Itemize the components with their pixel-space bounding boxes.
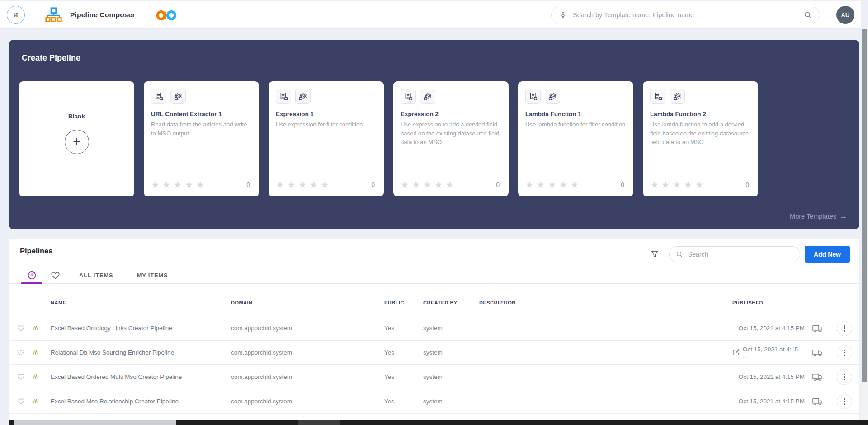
horizontal-scrollbar-thumb[interactable] xyxy=(14,420,176,425)
star-icon[interactable]: ★ xyxy=(537,180,545,189)
heart-icon xyxy=(17,373,25,381)
row-menu-button[interactable] xyxy=(837,321,852,336)
star-icon[interactable]: ★ xyxy=(309,180,318,189)
pipelines-section: Pipelines Add New ALL IT xyxy=(9,239,859,420)
star-icon[interactable]: ★ xyxy=(695,180,703,189)
template-description: Read data from the articles and write to… xyxy=(151,120,252,138)
star-icon[interactable]: ★ xyxy=(412,180,420,189)
vertical-scrollbar-thumb[interactable] xyxy=(862,29,867,382)
graph-add-icon xyxy=(295,89,311,104)
document-add-icon xyxy=(401,89,416,104)
sprout-icon xyxy=(31,323,39,331)
kebab-dot xyxy=(844,350,845,351)
microphone-icon[interactable] xyxy=(559,11,567,19)
template-title: Lambda Function 1 xyxy=(525,111,626,117)
vertical-scrollbar[interactable] xyxy=(861,29,868,425)
star-icon[interactable]: ★ xyxy=(321,180,329,189)
pipeline-published: Oct 15, 2021 at 4:15 ... xyxy=(743,346,805,360)
search-icon[interactable] xyxy=(804,11,812,19)
star-icon[interactable]: ★ xyxy=(151,180,160,189)
star-icon[interactable]: ★ xyxy=(401,180,409,189)
pipeline-template-card[interactable]: Expression 1 Use expression for filter c… xyxy=(269,81,384,196)
add-blank-pipeline-button[interactable]: + xyxy=(65,130,89,154)
pipelines-search-input[interactable] xyxy=(688,251,793,258)
blank-pipeline-card[interactable]: Blank + xyxy=(19,81,134,196)
pipeline-name-link[interactable]: Relational Db Mso Sourcing Enricher Pipe… xyxy=(51,349,231,356)
col-created-by[interactable]: CREATED BY xyxy=(423,300,479,305)
star-icon[interactable]: ★ xyxy=(423,180,432,189)
star-icon[interactable]: ★ xyxy=(434,180,443,189)
pipelines-search xyxy=(669,246,800,262)
template-title: Expression 1 xyxy=(276,111,377,117)
template-description: Use expression to add a dervied field ba… xyxy=(401,120,501,147)
pipeline-template-card[interactable]: URL Content Extractor 1 Read data from t… xyxy=(144,81,259,196)
star-icon[interactable]: ★ xyxy=(298,180,307,189)
template-description: Use lambda function for filter condition xyxy=(525,120,626,129)
star-icon[interactable]: ★ xyxy=(276,180,284,189)
global-search xyxy=(551,7,820,23)
pipeline-name-link[interactable]: Excel Based Ontology Links Creator Pipel… xyxy=(51,325,231,332)
global-search-input[interactable] xyxy=(573,11,798,19)
favorite-button[interactable] xyxy=(17,324,25,332)
star-icon[interactable]: ★ xyxy=(162,180,171,189)
pipeline-type-icon xyxy=(31,397,39,406)
tab-favorites[interactable] xyxy=(44,267,66,284)
col-published[interactable]: PUBLISHED xyxy=(732,300,805,305)
row-menu-button[interactable] xyxy=(837,394,852,409)
star-icon[interactable]: ★ xyxy=(684,180,692,189)
star-icon[interactable]: ★ xyxy=(661,180,670,189)
pipeline-public: Yes xyxy=(384,349,423,356)
row-menu-button[interactable] xyxy=(837,345,852,360)
pipeline-template-card[interactable]: Expression 2 Use expression to add a der… xyxy=(393,81,509,196)
create-pipeline-title: Create Pipeline xyxy=(22,53,80,63)
col-public[interactable]: PUBLIC xyxy=(384,300,423,305)
kebab-dot xyxy=(844,374,845,375)
favorite-button[interactable] xyxy=(17,397,25,405)
pipeline-name-link[interactable]: Excel Based Mso Relationship Creator Pip… xyxy=(51,398,231,405)
pipeline-domain: com.apporchid.system xyxy=(231,398,384,405)
col-name[interactable]: NAME xyxy=(51,300,231,305)
col-domain[interactable]: DOMAIN xyxy=(231,300,384,305)
ship-pipeline-button[interactable] xyxy=(812,397,823,406)
pipeline-public: Yes xyxy=(384,374,423,380)
more-templates-link[interactable]: More Templates → xyxy=(790,212,847,220)
tab-all-items[interactable]: ALL ITEMS xyxy=(72,267,120,284)
ship-pipeline-button[interactable] xyxy=(812,373,823,382)
ship-pipeline-button[interactable] xyxy=(812,348,823,357)
star-icon[interactable]: ★ xyxy=(673,180,681,189)
tab-recent[interactable] xyxy=(21,267,42,284)
tab-my-items[interactable]: MY ITEMS xyxy=(130,267,175,284)
topbar-divider-3 xyxy=(829,6,829,24)
col-description[interactable]: DESCRIPTION xyxy=(479,300,732,305)
favorite-button[interactable] xyxy=(17,349,25,356)
pipeline-template-card[interactable]: Lambda Function 2 Use lamda function to … xyxy=(643,81,758,196)
kebab-dot xyxy=(844,401,845,402)
heart-icon xyxy=(17,349,25,356)
star-icon[interactable]: ★ xyxy=(174,180,182,189)
star-icon[interactable]: ★ xyxy=(287,180,296,189)
pipeline-type-icon xyxy=(31,323,39,333)
star-icon[interactable]: ★ xyxy=(525,180,534,189)
kebab-dot xyxy=(844,376,845,378)
pipeline-composer-icon xyxy=(45,7,62,23)
favorite-button[interactable] xyxy=(17,373,25,381)
pipeline-name-link[interactable]: Excel Based Ordered Multi Mso Creator Pi… xyxy=(51,374,231,380)
edited-icon xyxy=(732,349,740,356)
star-icon[interactable]: ★ xyxy=(445,180,454,189)
horizontal-scrollbar[interactable] xyxy=(9,420,861,425)
app-launcher-button[interactable] xyxy=(7,6,25,24)
star-icon[interactable]: ★ xyxy=(559,180,567,189)
sprout-icon xyxy=(31,397,39,404)
filter-button[interactable] xyxy=(650,250,659,259)
row-menu-button[interactable] xyxy=(837,369,852,385)
avatar[interactable]: AU xyxy=(836,6,854,24)
star-icon[interactable]: ★ xyxy=(548,180,557,189)
star-icon[interactable]: ★ xyxy=(570,180,579,189)
star-icon[interactable]: ★ xyxy=(184,180,193,189)
pipeline-template-card[interactable]: Lambda Function 1 Use lambda function fo… xyxy=(518,81,633,196)
star-icon[interactable]: ★ xyxy=(196,180,204,189)
pipeline-created-by: system xyxy=(423,325,479,332)
add-new-button[interactable]: Add New xyxy=(805,246,850,263)
star-icon[interactable]: ★ xyxy=(650,180,659,189)
ship-pipeline-button[interactable] xyxy=(812,324,823,333)
